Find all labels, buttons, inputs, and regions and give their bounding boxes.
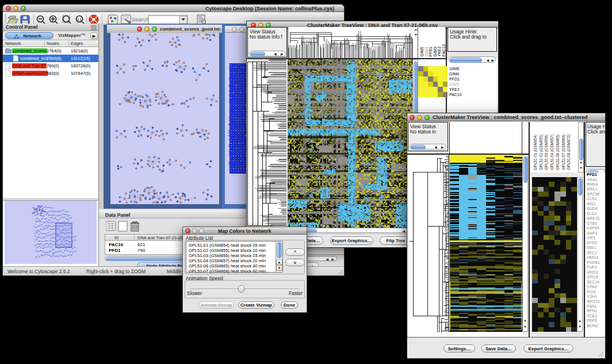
svg-text:Search:: Search: bbox=[132, 16, 151, 22]
svg-text:1:1: 1:1 bbox=[77, 18, 82, 21]
